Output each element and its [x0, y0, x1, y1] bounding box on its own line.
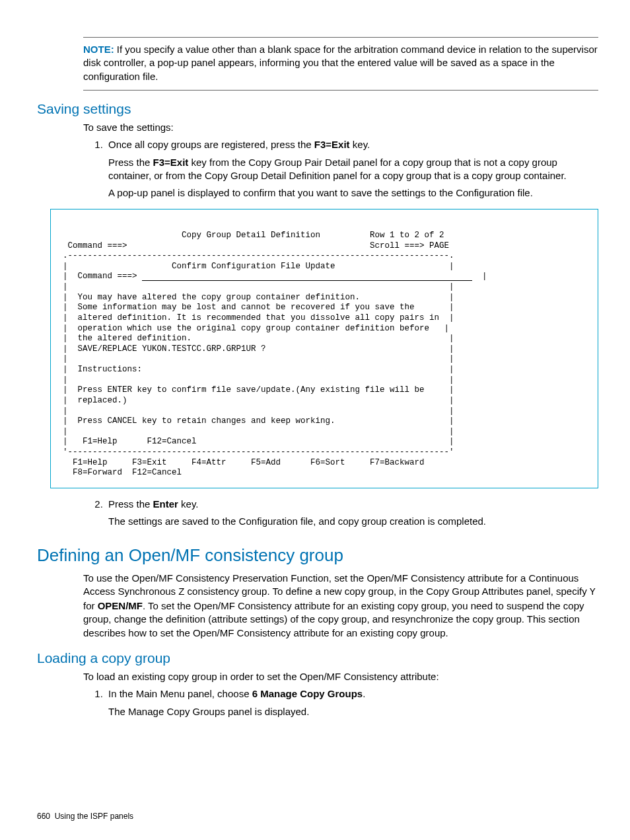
key-f3-exit: F3=Exit [153, 157, 189, 168]
term-cmd: Command ===> Scroll ===> PAGE [63, 241, 449, 250]
terminal-panel: Copy Group Detail Definition Row 1 to 2 … [50, 209, 598, 488]
saving-step-1: Once all copy groups are registered, pre… [106, 138, 598, 151]
menu-6-manage-copy-groups: 6 Manage Copy Groups [252, 688, 363, 699]
saving-steps-list: Once all copy groups are registered, pre… [83, 138, 598, 151]
saving-intro: To save the settings: [83, 121, 598, 134]
term-popup-cmd: | Command ===> | [63, 272, 487, 281]
heading-defining-openmf: Defining an Open/MF consistency group [37, 544, 598, 567]
term-fkeys-1: F1=Help F3=Exit F4=Attr F5=Add F6=Sort F… [63, 458, 425, 467]
field-openmf: OPEN/MF [98, 600, 143, 611]
heading-saving-settings: Saving settings [37, 100, 598, 118]
note-box: NOTE: If you specify a value other than … [83, 37, 598, 91]
saving-steps-list-2: Press the Enter key. [83, 498, 598, 511]
note-text: If you specify a value other than a blan… [83, 44, 598, 82]
term-popup-title: | Confirm Configuration File Update | [63, 262, 454, 271]
key-enter: Enter [153, 498, 178, 510]
loading-step-1: In the Main Menu panel, choose 6 Manage … [106, 687, 598, 701]
loading-steps-list: In the Main Menu panel, choose 6 Manage … [83, 687, 598, 701]
loading-intro: To load an existing copy group in order … [83, 670, 598, 683]
note-label: NOTE: [83, 44, 114, 55]
term-border-top: .---------------------------------------… [63, 251, 454, 260]
saving-step-2: Press the Enter key. [106, 498, 598, 511]
defining-para: To use the Open/MF Consistency Preservat… [83, 572, 598, 640]
command-input-line [142, 280, 472, 281]
value-y: Y [590, 587, 596, 598]
term-border-bot: '---------------------------------------… [63, 447, 454, 457]
key-f3-exit: F3=Exit [314, 139, 350, 150]
saving-step1-sub1: Press the F3=Exit key from the Copy Grou… [108, 156, 598, 183]
term-fkeys-2: F8=Forward F12=Cancel [63, 468, 182, 477]
heading-loading-copy-group: Loading a copy group [37, 649, 598, 668]
saving-step1-sub2: A pop-up panel is displayed to confirm t… [108, 186, 598, 200]
term-title: Copy Group Detail Definition Row 1 to 2 … [63, 231, 444, 240]
loading-step1-sub: The Manage Copy Groups panel is displaye… [108, 705, 598, 718]
saving-step2-sub: The settings are saved to the Configurat… [108, 515, 598, 528]
